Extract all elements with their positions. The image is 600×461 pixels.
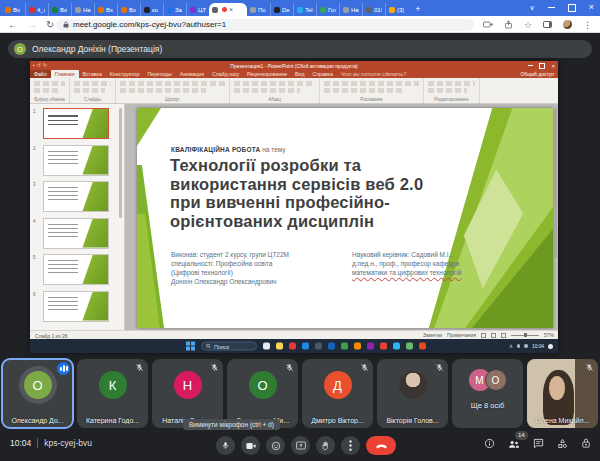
slide-author-block: Виконав: студент 2 курсу, групи ЦТ22М сп… bbox=[171, 250, 289, 286]
browser-tab[interactable]: De × bbox=[270, 3, 293, 16]
profile-avatar[interactable] bbox=[563, 20, 572, 29]
browser-tab[interactable]: Гог × bbox=[316, 3, 339, 16]
mic-off-icon bbox=[435, 363, 444, 372]
participant-tile[interactable]: Д Дмитро Віктор... bbox=[302, 359, 373, 428]
forward-icon[interactable]: → bbox=[27, 19, 37, 30]
browser-tab[interactable]: Ви × bbox=[48, 3, 71, 16]
participant-tile[interactable]: Н Наталія Деніс... bbox=[152, 359, 223, 428]
back-icon[interactable]: ← bbox=[8, 19, 18, 30]
maximize-icon[interactable] bbox=[568, 4, 576, 12]
activities-button[interactable] bbox=[557, 438, 568, 449]
ribbon-group-label: Редактирование bbox=[424, 97, 479, 102]
participant-tile[interactable]: Олена Михайл... bbox=[527, 359, 598, 428]
mic-button[interactable] bbox=[216, 436, 235, 455]
slide-canvas: КВАЛІФІКАЦІЙНА РОБОТА на тему Технології… bbox=[125, 104, 558, 330]
tray-sound-icon bbox=[524, 344, 528, 348]
thumbnail-theme-shape bbox=[74, 109, 108, 138]
address-bar[interactable]: meet.google.com/kps-cyej-bvu?authuser=1 bbox=[56, 19, 474, 31]
browser-tab[interactable]: 01! × bbox=[362, 3, 385, 16]
photo-avatar bbox=[399, 371, 427, 399]
ribbon-group-controls bbox=[428, 81, 475, 86]
mic-off-icon bbox=[135, 363, 144, 372]
status-right: Заметки Примечания 57% bbox=[423, 332, 554, 338]
ribbon-group-controls bbox=[324, 88, 402, 93]
browser-menu-icon[interactable]: ⋮ bbox=[583, 20, 592, 30]
ribbon-tab: Главная bbox=[51, 70, 79, 78]
thumbnail-preview bbox=[43, 108, 109, 139]
zoom-slider bbox=[511, 335, 539, 336]
tab-favicon bbox=[121, 7, 127, 13]
browser-tab[interactable]: ко × bbox=[140, 3, 163, 16]
tab-title: Ви bbox=[60, 7, 67, 13]
browser-tab[interactable]: (3) × bbox=[385, 3, 408, 16]
system-tray: ∧ 10:04 bbox=[509, 339, 553, 353]
browser-tab[interactable]: На × bbox=[339, 3, 362, 16]
toolbar-right: ☆ ⋮ bbox=[483, 16, 592, 33]
ribbon-group-controls bbox=[234, 81, 315, 86]
ppt-title-bar: ▪↺↻ Презентация1 - PowerPoint (Сбой акти… bbox=[30, 61, 558, 70]
minimize-icon[interactable] bbox=[548, 7, 555, 8]
host-controls-button[interactable] bbox=[581, 438, 591, 449]
media-indicator-icon[interactable] bbox=[483, 21, 493, 28]
participant-tile[interactable]: Вікторія Голов... bbox=[377, 359, 448, 428]
ribbon-group-label: Рисование bbox=[320, 97, 423, 102]
side-panel-icon[interactable] bbox=[543, 21, 552, 28]
meeting-info: 10:04 kps-cyej-bvu bbox=[10, 438, 92, 448]
slide-thumbnail: 6 bbox=[30, 291, 124, 324]
ribbon-group-label: Слайды bbox=[70, 97, 115, 102]
share-icon[interactable] bbox=[504, 20, 513, 29]
raise-hand-button[interactable] bbox=[316, 436, 335, 455]
call-controls bbox=[216, 436, 396, 455]
tab-favicon bbox=[297, 7, 303, 13]
tab-favicon bbox=[190, 7, 196, 13]
tab-search-chevron-icon[interactable]: ∨ bbox=[530, 4, 535, 12]
new-tab-button[interactable]: + bbox=[411, 3, 425, 16]
bookmark-star-icon[interactable]: ☆ bbox=[524, 20, 532, 30]
reload-icon[interactable]: ↻ bbox=[46, 19, 54, 30]
browser-tab[interactable]: По × bbox=[247, 3, 270, 16]
ribbon-group-controls bbox=[324, 81, 419, 86]
ribbon-tab: Справка bbox=[308, 70, 336, 78]
browser-tab[interactable]: Вх × bbox=[117, 3, 140, 16]
taskbar-app-icon bbox=[354, 343, 361, 350]
participant-tile[interactable]: О Олександр Ми... bbox=[227, 359, 298, 428]
browser-tab-strip: Вх × 4_п × Ви × bbox=[0, 0, 600, 16]
participant-tile[interactable]: К Катерина Годо... bbox=[77, 359, 148, 428]
participant-avatar: К bbox=[99, 371, 127, 399]
browser-tab[interactable]: За × bbox=[163, 3, 186, 16]
participant-tile[interactable]: М О Ще 8 осіб bbox=[452, 359, 523, 428]
presenter-avatar: О bbox=[14, 43, 26, 55]
tab-title: За bbox=[175, 7, 182, 13]
camera-button[interactable] bbox=[241, 436, 260, 455]
browser-tab[interactable]: Tel × bbox=[293, 3, 316, 16]
browser-tab[interactable]: × bbox=[209, 3, 247, 16]
browser-tab[interactable]: ЦТ × bbox=[186, 3, 209, 16]
taskbar-app-icon bbox=[302, 343, 309, 350]
thumbnail-text-lines bbox=[48, 187, 78, 203]
browser-tab[interactable]: Вх × bbox=[94, 3, 117, 16]
reactions-button[interactable] bbox=[266, 436, 285, 455]
shared-screen-video[interactable]: ▪↺↻ Презентация1 - PowerPoint (Сбой акти… bbox=[30, 61, 558, 353]
people-button[interactable]: 14 bbox=[508, 439, 520, 449]
tab-title: Вх bbox=[106, 7, 113, 13]
browser-tab[interactable]: На × bbox=[71, 3, 94, 16]
chat-button[interactable] bbox=[533, 438, 544, 449]
tab-favicon bbox=[343, 7, 349, 13]
tab-title: На bbox=[351, 7, 359, 13]
tab-title: 4_п bbox=[37, 7, 45, 13]
close-window-icon[interactable]: × bbox=[589, 3, 594, 12]
participant-tile[interactable]: О Олександр До... bbox=[2, 359, 73, 428]
leave-call-button[interactable] bbox=[366, 436, 396, 455]
taskbar-app-icon bbox=[276, 343, 283, 350]
browser-tab[interactable]: Вх × bbox=[2, 3, 25, 16]
browser-tab[interactable]: 4_п × bbox=[25, 3, 48, 16]
thumbnail-text-lines bbox=[48, 260, 78, 276]
mic-off-icon bbox=[210, 363, 219, 372]
ribbon-tab: Вставка bbox=[79, 70, 106, 78]
more-options-button[interactable] bbox=[341, 436, 360, 455]
tab-close-icon[interactable]: × bbox=[229, 6, 233, 13]
slide-right-facets bbox=[418, 108, 553, 328]
present-button[interactable] bbox=[291, 436, 310, 455]
mic-off-icon bbox=[585, 363, 594, 372]
info-button[interactable] bbox=[484, 438, 495, 449]
